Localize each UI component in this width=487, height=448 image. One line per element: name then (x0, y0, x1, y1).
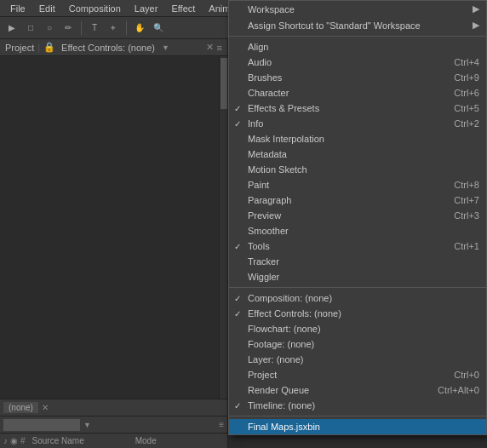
effect-controls-tab[interactable]: 🔒 Effect Controls: (none) ▼ (43, 42, 169, 53)
menu-composition[interactable]: Composition (62, 0, 128, 17)
panel-close-icon[interactable]: ✕ (206, 42, 214, 53)
tools-shortcut: Ctrl+1 (454, 241, 479, 251)
align-label: Align (248, 42, 268, 52)
scroll-thumb[interactable] (221, 58, 227, 109)
panel-content (0, 56, 227, 399)
menu-layer-none[interactable]: Layer: (none) (229, 352, 486, 367)
panel-menu-icon[interactable]: ≡ (217, 43, 222, 53)
metadata-label: Metadata (248, 149, 287, 159)
menu-preview[interactable]: Preview Ctrl+3 (229, 208, 486, 223)
check-tools-icon: ✓ (234, 242, 241, 251)
menu-align[interactable]: Align (229, 39, 486, 55)
col-headers: ♪ ◉ # Source Name Mode (0, 433, 227, 448)
menu-project[interactable]: Project Ctrl+0 (229, 367, 486, 382)
brushes-label: Brushes (248, 72, 282, 83)
menu-audio[interactable]: Audio Ctrl+4 (229, 55, 486, 70)
menu-tracker[interactable]: Tracker (229, 254, 486, 269)
menu-final-maps[interactable]: Final Maps.jsxbin (229, 419, 486, 434)
final-maps-label: Final Maps.jsxbin (248, 422, 320, 432)
menu-motion-sketch[interactable]: Motion Sketch (229, 162, 486, 177)
menu-wiggler[interactable]: Wiggler (229, 269, 486, 284)
window-dropdown-menu: Workspace ▶ Assign Shortcut to "Standard… (228, 0, 487, 435)
menu-effect[interactable]: Effect (164, 0, 202, 17)
sep-3 (229, 416, 486, 416)
tools-label: Tools (248, 241, 270, 251)
scrollbar[interactable] (219, 56, 227, 399)
menu-layer[interactable]: Layer (128, 0, 165, 17)
wiggler-label: Wiggler (248, 272, 279, 282)
layer-none-label: Layer: (none) (248, 354, 303, 365)
smoother-label: Smoother (248, 226, 289, 236)
dropdown-arrow-icon[interactable]: ▼ (162, 43, 169, 52)
arrow-icon: ▶ (473, 3, 479, 14)
motion-sketch-label: Motion Sketch (248, 164, 307, 175)
main-area: Project | 🔒 Effect Controls: (none) ▼ ✕ … (0, 39, 487, 448)
flowchart-none-label: Flowchart: (none) (248, 324, 321, 334)
info-shortcut: Ctrl+2 (454, 118, 479, 129)
toolbar-brush[interactable]: ⌖ (105, 20, 122, 37)
assign-shortcut-label: Assign Shortcut to "Standard" Workspace (248, 20, 421, 31)
menu-workspace[interactable]: Workspace ▶ (229, 1, 486, 17)
menu-composition-none[interactable]: ✓ Composition: (none) (229, 290, 486, 306)
menu-render-queue[interactable]: Render Queue Ctrl+Alt+0 (229, 382, 486, 398)
menu-timeline-none[interactable]: ✓ Timeline: (none) (229, 398, 486, 413)
paragraph-label: Paragraph (248, 195, 291, 205)
menu-edit[interactable]: Edit (32, 0, 62, 17)
menu-assign-shortcut[interactable]: Assign Shortcut to "Standard" Workspace … (229, 17, 486, 33)
toolbar-text[interactable]: T (86, 20, 103, 37)
none-tab[interactable]: (none) (3, 402, 38, 413)
menu-paint[interactable]: Paint Ctrl+8 (229, 177, 486, 192)
preview-label: Preview (248, 210, 281, 221)
audio-label: Audio (248, 57, 272, 67)
check-timeline-icon: ✓ (234, 401, 241, 411)
menu-effects-presets[interactable]: ✓ Effects & Presets Ctrl+5 (229, 101, 486, 116)
audio-shortcut: Ctrl+4 (454, 57, 479, 67)
menu-smoother[interactable]: Smoother (229, 223, 486, 238)
check-effect-controls-icon: ✓ (234, 309, 241, 319)
toolbar-sep1 (81, 21, 82, 35)
menu-paragraph[interactable]: Paragraph Ctrl+7 (229, 192, 486, 208)
menu-metadata[interactable]: Metadata (229, 146, 486, 162)
effect-controls-none-label: Effect Controls: (none) (248, 308, 341, 319)
toolbar-hand[interactable]: ✋ (131, 20, 148, 37)
toolbar-select[interactable]: ▶ (3, 20, 20, 37)
menu-character[interactable]: Character Ctrl+6 (229, 85, 486, 101)
check-composition-icon: ✓ (234, 294, 241, 303)
effects-presets-label: Effects & Presets (248, 103, 319, 113)
video-icon: ◉ (10, 436, 18, 445)
menu-file[interactable]: File (3, 0, 32, 17)
close-tab-icon[interactable]: ✕ (42, 403, 49, 412)
search-input[interactable] (3, 419, 80, 431)
brushes-shortcut: Ctrl+9 (454, 72, 479, 83)
col-header-icons: ♪ ◉ # (3, 436, 26, 445)
project-tab[interactable]: Project (5, 43, 34, 53)
composition-none-label: Composition: (none) (248, 293, 332, 303)
render-queue-shortcut: Ctrl+Alt+0 (438, 385, 479, 395)
label-icon: # (20, 436, 26, 445)
toolbar-ellipse[interactable]: ○ (41, 20, 58, 37)
project-menu-label: Project (248, 370, 277, 380)
menu-brushes[interactable]: Brushes Ctrl+9 (229, 70, 486, 85)
panel-options-icon[interactable]: ≡ (219, 420, 224, 429)
effects-presets-shortcut: Ctrl+5 (454, 103, 479, 113)
menu-mask-interpolation[interactable]: Mask Interpolation (229, 131, 486, 146)
mask-interpolation-label: Mask Interpolation (248, 134, 324, 144)
menu-flowchart-none[interactable]: Flowchart: (none) (229, 321, 486, 336)
toolbar-zoom[interactable]: 🔍 (150, 20, 167, 37)
menu-info[interactable]: ✓ Info Ctrl+2 (229, 116, 486, 131)
toolbar-rect[interactable]: □ (22, 20, 39, 37)
sep-2 (229, 287, 486, 288)
paint-shortcut: Ctrl+8 (454, 180, 479, 190)
preview-shortcut: Ctrl+3 (454, 210, 479, 221)
panel-header: Project | 🔒 Effect Controls: (none) ▼ ✕ … (0, 39, 227, 56)
menu-tools[interactable]: ✓ Tools Ctrl+1 (229, 238, 486, 254)
timeline-none-label: Timeline: (none) (248, 400, 315, 411)
toolbar-pen[interactable]: ✏ (60, 20, 77, 37)
menu-effect-controls-none[interactable]: ✓ Effect Controls: (none) (229, 306, 486, 321)
effect-controls-label: Effect Controls: (none) (61, 43, 155, 53)
mode-header: Mode (135, 436, 157, 445)
paragraph-shortcut: Ctrl+7 (454, 195, 479, 205)
paint-label: Paint (248, 180, 269, 190)
search-dropdown-icon[interactable]: ▼ (83, 421, 91, 429)
menu-footage-none[interactable]: Footage: (none) (229, 336, 486, 352)
